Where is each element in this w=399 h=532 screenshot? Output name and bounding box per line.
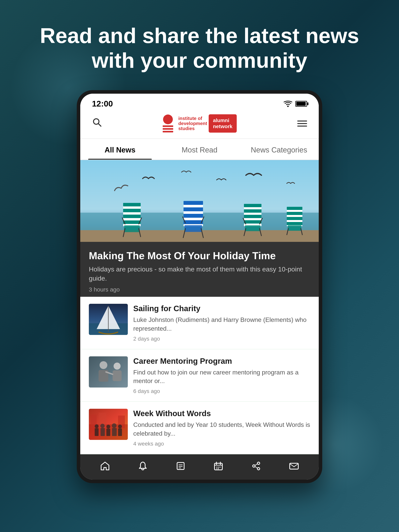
svg-point-63	[118, 424, 122, 428]
svg-point-83	[253, 465, 255, 467]
svg-rect-69	[177, 462, 184, 469]
hero-image	[80, 160, 319, 242]
svg-point-81	[218, 468, 219, 469]
menu-bar-1	[297, 120, 307, 121]
nav-calendar-button[interactable]	[213, 461, 224, 471]
svg-rect-67	[112, 428, 117, 436]
nav-mail-button[interactable]	[289, 461, 299, 471]
svg-rect-29	[244, 215, 261, 218]
svg-rect-66	[106, 429, 110, 436]
logo-area: institute of development studies alumni …	[163, 114, 237, 133]
battery-icon	[295, 101, 307, 107]
svg-rect-8	[123, 209, 141, 212]
svg-rect-37	[287, 207, 302, 210]
svg-rect-39	[287, 217, 302, 220]
svg-rect-64	[95, 428, 99, 436]
hero-description: Holidays are precious - so make the most…	[89, 265, 310, 283]
hero-article[interactable]: Making The Most Of Your Holiday Time Hol…	[80, 160, 319, 297]
status-time: 12:00	[92, 99, 113, 108]
status-icons	[284, 101, 307, 107]
svg-point-0	[287, 106, 289, 107]
menu-bar-3	[297, 126, 307, 127]
svg-point-62	[112, 423, 116, 428]
nav-notifications-button[interactable]	[138, 461, 148, 471]
device-screen: 12:00	[80, 94, 319, 480]
news-item[interactable]: Sailing for Charity Luke Johnston (Rudim…	[80, 297, 319, 349]
logo-text-line3: studies	[178, 126, 207, 131]
svg-line-85	[255, 464, 257, 465]
svg-rect-52	[113, 370, 122, 381]
tab-news-categories[interactable]: News Categories	[239, 139, 319, 160]
news-item-title: Week Without Words	[133, 409, 310, 418]
alumni-line2: network	[213, 123, 232, 129]
news-item[interactable]: Career Mentoring Program Find out how to…	[80, 349, 319, 402]
svg-point-60	[100, 424, 105, 428]
news-item-time: 6 days ago	[133, 388, 310, 394]
svg-point-79	[219, 467, 220, 468]
news-item-excerpt: Conducted and led by Year 10 students, W…	[133, 420, 310, 438]
bottom-nav	[80, 454, 319, 480]
hero-overlay: Making The Most Of Your Holiday Time Hol…	[80, 242, 319, 297]
svg-rect-7	[123, 203, 141, 206]
nav-share-button[interactable]	[251, 461, 261, 471]
search-button[interactable]	[92, 117, 102, 130]
svg-point-82	[257, 462, 260, 464]
news-item-excerpt: Find out how to join our new career ment…	[133, 368, 310, 386]
news-item-time: 4 weeks ago	[133, 441, 310, 447]
news-content: Sailing for Charity Luke Johnston (Rudim…	[133, 304, 310, 342]
menu-bar-2	[297, 123, 307, 124]
device-frame: 12:00	[77, 90, 322, 483]
news-thumbnail	[89, 356, 128, 387]
news-thumbnail	[89, 409, 128, 440]
news-content: Week Without Words Conducted and led by …	[133, 409, 310, 447]
svg-rect-87	[290, 463, 298, 469]
wifi-icon	[284, 101, 292, 107]
svg-rect-68	[118, 428, 122, 436]
svg-rect-27	[244, 204, 261, 207]
news-thumbnail	[89, 304, 128, 335]
svg-point-84	[257, 468, 260, 470]
menu-button[interactable]	[297, 120, 307, 127]
svg-point-77	[216, 467, 217, 468]
logo-ids: institute of development studies	[163, 114, 207, 133]
svg-line-2	[98, 123, 101, 126]
svg-point-51	[114, 363, 121, 370]
nav-home-button[interactable]	[100, 461, 110, 471]
news-content: Career Mentoring Program Find out how to…	[133, 356, 310, 394]
alumni-badge: alumni network	[209, 114, 237, 133]
page-headline: Read and share the latest news with your…	[0, 23, 399, 73]
svg-rect-31	[245, 225, 260, 231]
news-item[interactable]: Week Without Words Conducted and led by …	[80, 402, 319, 454]
news-item-title: Sailing for Charity	[133, 304, 310, 313]
news-item-time: 2 days ago	[133, 336, 310, 342]
news-item-excerpt: Luke Johnston (Rudiments) and Harry Brow…	[133, 316, 310, 333]
svg-rect-30	[244, 220, 261, 223]
hero-time: 3 hours ago	[89, 286, 310, 293]
svg-line-86	[255, 467, 257, 468]
svg-rect-17	[184, 201, 203, 205]
app-header: institute of development studies alumni …	[80, 110, 319, 139]
tab-all-news[interactable]: All News	[80, 139, 160, 160]
svg-rect-65	[101, 428, 105, 436]
hero-title: Making The Most Of Your Holiday Time	[89, 250, 310, 262]
svg-rect-41	[288, 225, 301, 231]
svg-rect-10	[123, 221, 141, 224]
svg-rect-9	[123, 215, 141, 218]
svg-point-78	[218, 467, 219, 468]
svg-rect-18	[184, 207, 203, 211]
svg-point-80	[216, 468, 217, 469]
svg-rect-28	[244, 209, 261, 213]
news-item-title: Career Mentoring Program	[133, 356, 310, 366]
svg-point-61	[106, 425, 110, 429]
tab-most-read[interactable]: Most Read	[160, 139, 239, 160]
nav-news-button[interactable]	[175, 461, 186, 471]
svg-rect-40	[287, 222, 302, 225]
svg-point-59	[95, 424, 99, 428]
logo-text-line1: institute of	[178, 116, 207, 121]
svg-rect-11	[124, 225, 140, 232]
tabs-bar: All News Most Read News Categories	[80, 139, 319, 160]
alumni-line1: alumni	[213, 117, 229, 123]
logo-text-line2: development	[178, 121, 207, 126]
svg-rect-38	[287, 212, 302, 215]
svg-rect-20	[184, 220, 203, 224]
